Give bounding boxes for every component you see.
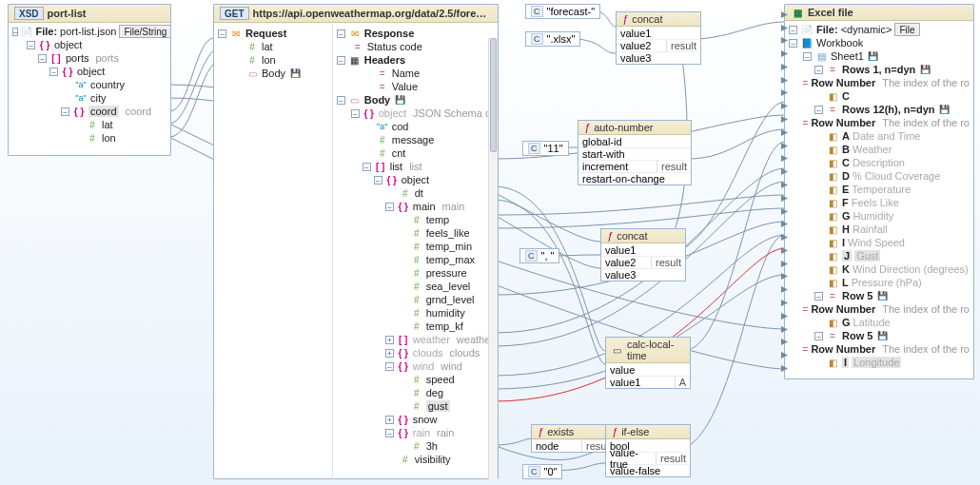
target-C[interactable]: C Description [785,156,973,169]
body-node-speed[interactable]: speed [333,373,498,386]
file-string-button[interactable]: File/String [119,25,170,38]
input-port[interactable] [781,116,788,123]
concat1-output[interactable]: result [666,40,696,51]
calc-output[interactable]: A [675,377,686,388]
concat1-box[interactable]: ƒconcat value1value2resultvalue3 [616,11,701,65]
input-port[interactable] [781,11,788,18]
input-port[interactable] [781,313,788,320]
body-node-temp_kf[interactable]: temp_kf [333,320,498,333]
input-port[interactable] [781,77,788,84]
input-port[interactable] [781,221,788,227]
auto-input-global-id[interactable]: global-id [578,135,691,147]
body-node-main[interactable]: –{ }mainmain [333,200,498,213]
target-A[interactable]: A Date and Time [785,129,973,143]
target-G[interactable]: G Latitude [785,316,973,329]
auto-input-restart-on-change[interactable]: restart-on-change [578,172,691,184]
src-node-coord[interactable]: –{ }coordcoord [9,105,170,118]
target-I[interactable]: I Wind Speed [785,236,973,249]
body-node-dt[interactable]: dt [333,186,498,200]
body-node-weather[interactable]: +[ ]weatherweather [333,333,498,346]
input-port[interactable] [781,143,788,149]
input-port[interactable] [781,352,788,359]
body-node-cod[interactable]: cod [333,120,498,133]
auto-number-box[interactable]: ƒauto-number global-idstart-withincremen… [578,120,692,185]
src-node-lon[interactable]: lon [9,131,170,145]
auto-output[interactable]: result [657,161,687,172]
target-D[interactable]: D % Cloud Coverage [785,169,973,183]
input-port[interactable] [781,208,788,215]
target-Rows-12-h-n-dyn[interactable]: –Rows 12(h), n=dyn [785,103,973,116]
input-port[interactable] [781,365,788,372]
req-node-lat[interactable]: lat [214,40,332,53]
body-node-object[interactable]: –{ }objectJSON Schema o [333,107,498,120]
if-else-box[interactable]: ƒif-else boolvalue-trueresultvalue-false [605,424,691,477]
expand-icon[interactable]: – [351,109,360,118]
const-eleven[interactable]: C"11" [522,141,569,156]
expand-icon[interactable]: – [385,362,394,371]
const-forecast[interactable]: C"forecast-" [525,4,600,19]
input-port[interactable] [781,326,788,333]
target-G[interactable]: G Humidity [785,209,973,223]
target-Row-5[interactable]: –Row 5 [785,329,973,342]
body-node-gust[interactable]: gust [333,399,498,413]
calc-input-value1[interactable]: value1A [606,376,690,388]
body-node-humidity[interactable]: humidity [333,306,498,320]
input-port[interactable] [781,195,788,202]
req-node-Body[interactable]: Body [214,67,332,80]
input-port[interactable] [781,129,788,136]
expand-icon[interactable]: – [12,28,18,36]
target-B[interactable]: B Weather [785,143,973,156]
hdr-node-Value[interactable]: Value [333,80,498,93]
expand-icon[interactable]: + [385,336,394,344]
body-node-list[interactable]: –[ ]listlist [333,160,498,173]
ifelse-input-value-false[interactable]: value-false [606,464,690,476]
body-node-temp_max[interactable]: temp_max [333,253,498,266]
ifelse-output[interactable]: result [656,453,686,464]
src-node-object[interactable]: –{ }object [9,65,170,78]
input-port[interactable] [781,339,788,345]
calc-local-time-box[interactable]: ▭calc-local-time valuevalue1A [605,337,691,389]
body-node-clouds[interactable]: +{ }cloudsclouds [333,346,498,359]
file-button[interactable]: File [894,23,919,36]
workbook-node[interactable]: –📘Workbook [785,36,973,49]
body-node-grnd_level[interactable]: grnd_level [333,293,498,306]
body-node-pressure[interactable]: pressure [333,266,498,280]
body-node-wind[interactable]: –{ }windwind [333,359,498,373]
calc-input-value[interactable]: value [606,363,690,376]
target-H[interactable]: H Rainfall [785,223,973,236]
expand-icon[interactable]: – [814,66,823,74]
body-node-temp_min[interactable]: temp_min [333,240,498,253]
input-port[interactable] [781,37,788,44]
exists-box[interactable]: ƒexists noderesult [531,424,617,453]
expand-icon[interactable]: – [814,106,823,114]
ifelse-input-value-true[interactable]: value-trueresult [606,452,690,464]
target-E[interactable]: E Temperature [785,183,973,196]
concat2-output[interactable]: result [651,257,681,268]
expand-icon[interactable]: – [814,292,823,301]
const-comma[interactable]: C", " [519,248,559,263]
src-node-ports[interactable]: –[ ]portsports [9,51,170,65]
input-port[interactable] [781,89,788,96]
expand-icon[interactable]: – [49,68,58,76]
body-node-cnt[interactable]: cnt [333,146,498,160]
body-node-3h[interactable]: 3h [333,439,498,453]
src-node-city[interactable]: city [9,91,170,105]
input-port[interactable] [781,247,788,254]
expand-icon[interactable]: – [374,176,382,184]
expand-icon[interactable]: + [385,349,394,358]
concat2-input-value2[interactable]: value2result [601,256,685,268]
target-Row-Number[interactable]: Row NumberThe index of the ro [785,116,973,129]
auto-input-start-with[interactable]: start-with [578,147,691,160]
input-port[interactable] [781,286,788,293]
expand-icon[interactable]: – [27,41,35,49]
concat2-input-value1[interactable]: value1 [601,243,685,256]
body-node-sea_level[interactable]: sea_level [333,280,498,293]
expand-icon[interactable]: – [385,203,394,211]
target-I[interactable]: I Longitude [785,356,973,369]
target-C[interactable]: C [785,89,973,103]
body-node-visibility[interactable]: visibility [333,453,498,466]
src-node-lat[interactable]: lat [9,118,170,131]
body-node-deg[interactable]: deg [333,386,498,399]
expand-icon[interactable]: – [385,429,394,437]
target-L[interactable]: L Pressure (hPa) [785,276,973,289]
